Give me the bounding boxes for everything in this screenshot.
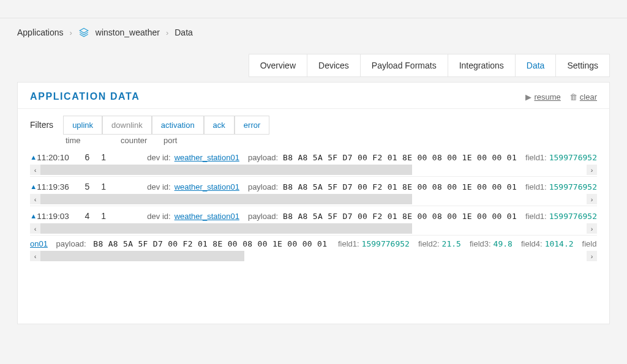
scrollbar-track xyxy=(412,194,608,204)
application-data-panel: APPLICATION DATA ▶ resume 🗑 clear Filter… xyxy=(17,82,610,324)
expanded-row: on01 payload: B8 A8 5A 5F D7 00 F2 01 8E… xyxy=(30,236,597,251)
resume-label: resume xyxy=(534,92,560,102)
field-value: 21.5 xyxy=(442,239,461,248)
horizontal-scrollbar[interactable]: ‹ › xyxy=(30,251,597,261)
filter-uplink[interactable]: uplink xyxy=(63,116,102,135)
tab-payload-formats[interactable]: Payload Formats xyxy=(361,54,448,76)
scroll-right-icon[interactable]: › xyxy=(587,251,597,261)
tab-integrations[interactable]: Integrations xyxy=(448,54,516,76)
payload-value: B8 A8 5A 5F D7 00 F2 01 8E 00 08 00 1E 0… xyxy=(93,239,327,248)
table-row[interactable]: ▲11:19:0341dev id:weather_station01paylo… xyxy=(30,206,597,236)
devid-link[interactable]: weather_station01 xyxy=(175,153,239,162)
tab-overview[interactable]: Overview xyxy=(249,54,307,76)
payload-value: B8 A8 5A 5F D7 00 F2 01 8E 00 08 00 1E 0… xyxy=(283,212,517,221)
chevron-right-icon: › xyxy=(70,28,72,37)
row-time: 11:20:10 xyxy=(37,153,70,162)
clear-label: clear xyxy=(580,92,597,102)
scroll-left-icon[interactable]: ‹ xyxy=(30,194,40,204)
scroll-right-icon[interactable]: › xyxy=(587,194,597,204)
breadcrumb-app[interactable]: winston_weather xyxy=(96,28,160,37)
scrollbar-track xyxy=(244,251,599,261)
payload-value: B8 A8 5A 5F D7 00 F2 01 8E 00 08 00 1E 0… xyxy=(283,153,517,162)
row-counter: 6 xyxy=(70,152,94,162)
payload-value: B8 A8 5A 5F D7 00 F2 01 8E 00 08 00 1E 0… xyxy=(283,182,517,191)
field-value: 1014.2 xyxy=(545,239,574,248)
field-label: field1: xyxy=(338,239,359,248)
field-label: field2: xyxy=(418,239,440,248)
field1-label: field1: xyxy=(525,153,547,162)
clear-button[interactable]: 🗑 clear xyxy=(569,92,597,102)
row-counter: 4 xyxy=(70,211,94,221)
scroll-right-icon[interactable]: › xyxy=(587,165,597,175)
filter-error[interactable]: error xyxy=(235,116,269,135)
field-value: 49.8 xyxy=(494,239,512,248)
devid-link[interactable]: weather_station01 xyxy=(175,182,239,191)
filter-ack[interactable]: ack xyxy=(204,116,235,135)
scroll-left-icon[interactable]: ‹ xyxy=(30,251,40,261)
row-port: 1 xyxy=(94,152,113,162)
field1-label: field1: xyxy=(525,212,547,221)
field1-value: 1599776952 xyxy=(549,182,597,191)
payload-label: payload: xyxy=(248,212,278,221)
filter-downlink[interactable]: downlink xyxy=(102,116,152,135)
row-time: 11:19:36 xyxy=(37,182,70,191)
filter-activation[interactable]: activation xyxy=(152,116,204,135)
uplink-caret-icon: ▲ xyxy=(30,212,37,220)
payload-label: payload: xyxy=(56,239,86,248)
devid-label: dev id: xyxy=(147,153,170,162)
payload-label: payload: xyxy=(248,182,278,191)
scrollbar-track xyxy=(412,165,608,175)
uplink-caret-icon: ▲ xyxy=(30,154,37,161)
field-value: 1599776952 xyxy=(362,239,410,248)
row-time: 11:19:03 xyxy=(37,212,70,221)
breadcrumb-root[interactable]: Applications xyxy=(17,28,64,37)
col-counter: counter xyxy=(121,136,163,145)
tab-data[interactable]: Data xyxy=(516,54,557,76)
uplink-caret-icon: ▲ xyxy=(30,183,37,190)
breadcrumb-page: Data xyxy=(175,28,193,37)
tab-settings[interactable]: Settings xyxy=(556,54,609,76)
horizontal-scrollbar[interactable]: ‹› xyxy=(30,223,597,234)
devid-link[interactable]: weather_station01 xyxy=(175,212,239,221)
panel-title: APPLICATION DATA xyxy=(30,91,140,102)
horizontal-scrollbar[interactable]: ‹› xyxy=(30,165,597,175)
resume-button[interactable]: ▶ resume xyxy=(525,92,560,102)
horizontal-scrollbar[interactable]: ‹› xyxy=(30,194,597,204)
field-label: field5: xyxy=(582,239,597,248)
chevron-right-icon: › xyxy=(166,28,168,37)
devid-label: dev id: xyxy=(147,212,170,221)
row-port: 1 xyxy=(94,182,113,191)
devid-label: dev id: xyxy=(147,182,170,191)
trash-icon: 🗑 xyxy=(569,92,577,102)
app-stack-icon xyxy=(78,27,89,38)
table-row[interactable]: ▲11:19:3651dev id:weather_station01paylo… xyxy=(30,177,597,206)
scroll-left-icon[interactable]: ‹ xyxy=(30,223,40,234)
row-port: 1 xyxy=(94,211,113,221)
play-icon: ▶ xyxy=(525,92,531,102)
col-port: port xyxy=(163,136,194,145)
field1-value: 1599776952 xyxy=(549,153,597,162)
field1-value: 1599776952 xyxy=(549,212,597,221)
scrollbar-track xyxy=(412,223,608,234)
col-time: time xyxy=(66,136,121,145)
svg-marker-0 xyxy=(80,28,88,33)
top-divider xyxy=(0,0,627,18)
table-row[interactable]: ▲11:20:1061dev id:weather_station01paylo… xyxy=(30,147,597,177)
row-counter: 5 xyxy=(70,182,94,191)
filters-label: Filters xyxy=(30,120,53,130)
breadcrumb: Applications › winston_weather › Data xyxy=(0,18,627,46)
tab-devices[interactable]: Devices xyxy=(307,54,361,76)
payload-label: payload: xyxy=(248,153,278,162)
field-label: field4: xyxy=(521,239,543,248)
field1-label: field1: xyxy=(525,182,547,191)
scroll-right-icon[interactable]: › xyxy=(587,223,597,234)
field-label: field3: xyxy=(470,239,491,248)
scroll-left-icon[interactable]: ‹ xyxy=(30,165,40,175)
devid-fragment[interactable]: on01 xyxy=(30,239,48,248)
tab-bar: OverviewDevicesPayload FormatsIntegratio… xyxy=(0,46,627,77)
